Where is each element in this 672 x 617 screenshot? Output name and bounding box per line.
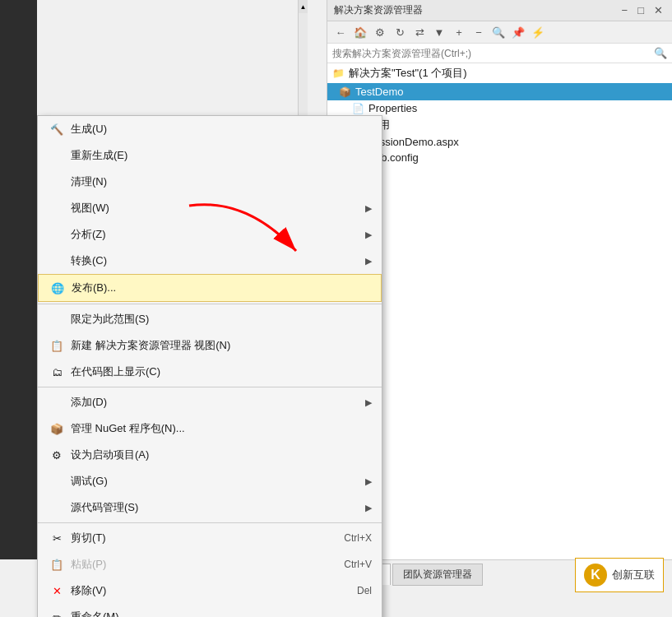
diagram-button[interactable]: ⚡ [530,24,546,40]
menu-item-nuget[interactable]: 📦 管理 NuGet 程序包(N)... [38,415,382,442]
menu-item-set-startup[interactable]: ⚙ 设为启动项目(A) [38,442,382,468]
submenu-arrow-icon: ▶ [365,397,372,408]
context-menu: 🔨 生成(U) 重新生成(E) 清理(N) 视图(W) ▶ 分析(Z) ▶ 转换… [37,115,382,617]
watermark-logo: K [584,564,607,587]
menu-label: 在代码图上显示(C) [71,364,160,379]
solution-label: 解决方案"Test"(1 个项目) [349,66,467,81]
menu-item-scope[interactable]: 限定为此范围(S) [38,306,382,332]
menu-label: 重命名(M) [71,610,119,617]
titlebar-controls: − □ ✕ [619,4,665,16]
menu-item-build[interactable]: 🔨 生成(U) [38,116,382,142]
search-icon: 🔍 [654,47,667,59]
menu-label: 分析(Z) [71,227,106,242]
menu-label: 剪切(T) [71,531,106,545]
solution-explorer-titlebar: 解决方案资源管理器 − □ ✕ [327,0,672,21]
debug-icon [48,472,66,490]
menu-item-rename[interactable]: ✏ 重命名(M) [38,604,382,617]
solution-explorer-title: 解决方案资源管理器 [334,3,423,17]
new-se-icon: 📋 [48,336,66,355]
clean-icon [48,173,66,191]
watermark-badge: K 创新互联 [575,558,664,592]
back-button[interactable]: ← [332,24,349,40]
convert-icon [48,252,66,270]
menu-item-convert[interactable]: 转换(C) ▶ [38,248,382,274]
pin-button[interactable]: 📌 [510,24,526,40]
project-icon: 📦 [339,86,351,98]
separator [38,522,382,523]
menu-item-view[interactable]: 视图(W) ▶ [38,195,382,221]
view-icon [48,199,66,217]
pin2-icon[interactable]: □ [635,4,647,16]
sync-button[interactable]: ⇄ [411,24,428,40]
collapse-button[interactable]: − [470,24,487,40]
menu-label: 发布(B)... [72,281,116,295]
search-input[interactable] [332,48,654,59]
menu-label: 限定为此范围(S) [71,312,149,327]
home-button[interactable]: 🏠 [352,24,368,40]
separator [38,304,382,304]
left-toolbar-strip [0,0,37,559]
build-icon: 🔨 [48,120,66,138]
menu-item-debug[interactable]: 调试(G) ▶ [38,468,382,494]
pin-icon[interactable]: − [619,4,631,16]
solution-row[interactable]: 📁 解决方案"Test"(1 个项目) [327,63,672,83]
menu-label: 生成(U) [71,122,107,137]
submenu-arrow-icon: ▶ [365,476,372,487]
menu-label: 移除(V) [71,583,106,598]
menu-item-publish[interactable]: 🌐 发布(B)... [38,274,382,302]
filter-button[interactable]: ▼ [431,24,447,40]
startup-icon: ⚙ [48,446,66,464]
shortcut-label: Ctrl+X [327,532,372,544]
submenu-arrow-icon: ▶ [365,256,372,267]
close-icon[interactable]: ✕ [651,4,665,16]
solution-icon: 📁 [332,67,345,79]
expand-button[interactable]: + [451,24,467,40]
nuget-icon: 📦 [48,420,66,438]
properties-icon: 📄 [352,103,364,114]
refresh-button[interactable]: ↻ [392,24,408,40]
menu-item-clean[interactable]: 清理(N) [38,169,382,195]
source-control-icon [48,499,66,517]
tab-team-mgr[interactable]: 团队资源管理器 [392,564,483,586]
menu-label: 新建 解决方案资源管理器 视图(N) [71,338,230,353]
paste-icon: 📋 [48,555,66,573]
item-name: Properties [368,102,417,114]
watermark-text: 创新互联 [612,568,655,582]
watermark-logo-text: K [591,568,600,582]
menu-item-source-control[interactable]: 源代码管理(S) ▶ [38,494,382,521]
scroll-up-button[interactable]: ▲ [299,0,308,13]
menu-label: 源代码管理(S) [71,500,138,515]
menu-item-add[interactable]: 添加(D) ▶ [38,389,382,415]
menu-label: 清理(N) [71,174,107,189]
shortcut-label: Del [341,585,372,596]
rename-icon: ✏ [48,608,66,617]
se-item-properties[interactable]: 📄 Properties [327,100,672,116]
tab-label: 团队资源管理器 [403,568,472,580]
settings-button[interactable]: ⚙ [372,24,388,40]
menu-item-paste[interactable]: 📋 粘贴(P) Ctrl+V [38,551,382,578]
scope-icon [48,310,66,328]
menu-label: 设为启动项目(A) [71,448,149,462]
project-row[interactable]: 📦 TestDemo [327,83,672,100]
menu-item-cut[interactable]: ✂ 剪切(T) Ctrl+X [38,525,382,551]
menu-label: 粘贴(P) [71,557,106,572]
solution-explorer-search: 🔍 [327,44,672,63]
menu-label: 重新生成(E) [71,148,127,163]
submenu-arrow-icon: ▶ [365,230,372,240]
menu-label: 转换(C) [71,253,107,268]
solution-explorer-toolbar: ← 🏠 ⚙ ↻ ⇄ ▼ + − 🔍 📌 ⚡ [327,21,672,44]
menu-label: 添加(D) [71,395,107,410]
menu-label: 视图(W) [71,201,109,216]
menu-item-rebuild[interactable]: 重新生成(E) [38,142,382,169]
submenu-arrow-icon: ▶ [365,503,372,513]
menu-item-remove[interactable]: ✕ 移除(V) Del [38,578,382,604]
analyze-icon [48,225,66,244]
menu-label: 管理 NuGet 程序包(N)... [71,421,185,436]
rebuild-icon [48,146,66,165]
menu-label: 调试(G) [71,474,108,489]
menu-item-diagram[interactable]: 🗂 在代码图上显示(C) [38,359,382,385]
preview-button[interactable]: 🔍 [490,24,507,40]
menu-item-new-se-view[interactable]: 📋 新建 解决方案资源管理器 视图(N) [38,332,382,359]
add-icon [48,393,66,411]
menu-item-analyze[interactable]: 分析(Z) ▶ [38,221,382,248]
